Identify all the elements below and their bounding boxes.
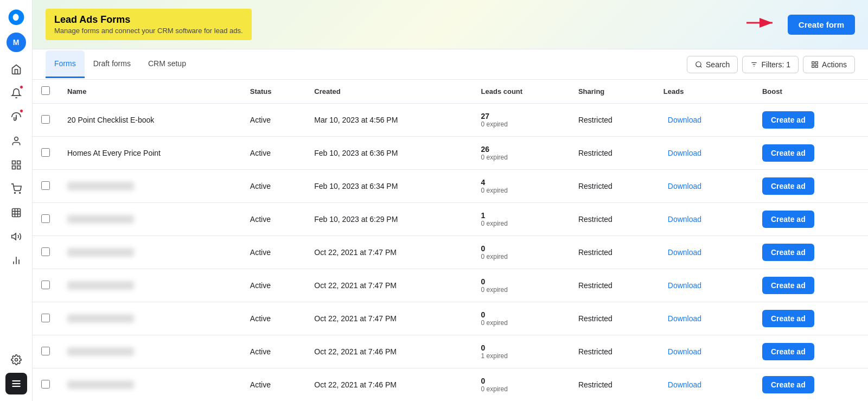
create-ad-button-8[interactable]: Create ad [762, 376, 814, 393]
svg-point-16 [15, 359, 17, 361]
notifications-icon[interactable] [5, 82, 27, 104]
create-ad-button-2[interactable]: Create ad [762, 177, 814, 195]
download-button-3[interactable]: Download [663, 213, 706, 226]
banner-title: Lead Ads Forms [54, 14, 243, 26]
row-leads-count-4: 0 0 expired [473, 236, 570, 269]
row-checkbox-cell [33, 170, 59, 203]
table-row: Blurred Form Name Active Oct 22, 2021 at… [33, 335, 868, 368]
download-button-1[interactable]: Download [663, 147, 706, 160]
row-checkbox-0[interactable] [41, 115, 50, 124]
header-created: Created [305, 80, 472, 104]
download-button-7[interactable]: Download [663, 345, 706, 358]
cart-icon[interactable] [5, 178, 27, 200]
row-status-6: Active [241, 302, 305, 335]
row-leads-7: Download [655, 335, 754, 368]
download-button-4[interactable]: Download [663, 246, 706, 259]
tab-crm-setup[interactable]: CRM setup [139, 50, 195, 78]
analytics-icon[interactable] [5, 250, 27, 271]
row-checkbox-cell [33, 236, 59, 269]
header-leads: Leads [655, 80, 754, 104]
campaign-icon[interactable] [5, 226, 27, 247]
row-sharing-1: Restricted [570, 137, 655, 170]
row-sharing-0: Restricted [570, 104, 655, 137]
row-name-6: Blurred Form Name [59, 302, 241, 335]
row-sharing-6: Restricted [570, 302, 655, 335]
row-leads-3: Download [655, 203, 754, 236]
row-created-1: Feb 10, 2023 at 6:36 PM [305, 137, 472, 170]
create-ad-button-5[interactable]: Create ad [762, 277, 814, 294]
filters-button[interactable]: Filters: 1 [742, 56, 799, 73]
select-all-checkbox[interactable] [41, 86, 50, 95]
header-checkbox-cell [33, 80, 59, 104]
tab-forms[interactable]: Forms [46, 50, 85, 78]
row-name-8: Blurred Form Name [59, 368, 241, 402]
header-status: Status [241, 80, 305, 104]
row-checkbox-6[interactable] [41, 314, 50, 322]
svg-point-22 [696, 61, 701, 66]
create-ad-button-1[interactable]: Create ad [762, 144, 814, 162]
row-checkbox-3[interactable] [41, 214, 50, 223]
svg-rect-3 [17, 166, 20, 169]
search-icon [695, 61, 703, 68]
search-button[interactable]: Search [687, 56, 738, 73]
row-checkbox-5[interactable] [41, 281, 50, 289]
create-ad-button-0[interactable]: Create ad [762, 111, 814, 129]
row-created-5: Oct 22, 2021 at 7:47 PM [305, 269, 472, 302]
create-ad-button-6[interactable]: Create ad [762, 310, 814, 327]
table-row: Blurred Form Name Active Oct 22, 2021 at… [33, 302, 868, 335]
create-ad-button-7[interactable]: Create ad [762, 343, 814, 360]
row-sharing-2: Restricted [570, 170, 655, 203]
svg-rect-29 [812, 65, 814, 67]
svg-rect-2 [17, 161, 20, 164]
svg-rect-4 [12, 166, 15, 169]
table-row: Blurred Form Name Active Oct 22, 2021 at… [33, 269, 868, 302]
avatar[interactable]: M [7, 33, 26, 52]
row-status-5: Active [241, 269, 305, 302]
row-checkbox-1[interactable] [41, 148, 50, 157]
row-checkbox-7[interactable] [41, 347, 50, 355]
row-leads-count-5: 0 0 expired [473, 269, 570, 302]
create-ad-button-3[interactable]: Create ad [762, 211, 814, 228]
header-name: Name [59, 80, 241, 104]
row-checkbox-2[interactable] [41, 181, 50, 190]
create-ad-button-4[interactable]: Create ad [762, 244, 814, 261]
row-name-4: Blurred Form Name [59, 236, 241, 269]
settings-icon[interactable] [5, 349, 27, 371]
pages-icon[interactable] [5, 154, 27, 176]
download-button-5[interactable]: Download [663, 279, 706, 292]
actions-button[interactable]: Actions [803, 56, 855, 73]
row-leads-count-3: 1 0 expired [473, 203, 570, 236]
row-leads-5: Download [655, 269, 754, 302]
download-button-2[interactable]: Download [663, 180, 706, 193]
megaphone-badge [20, 109, 23, 113]
row-name-5: Blurred Form Name [59, 269, 241, 302]
svg-rect-1 [12, 161, 15, 164]
row-leads-count-1: 26 0 expired [473, 137, 570, 170]
create-form-button[interactable]: Create form [788, 15, 855, 35]
grid-icon-small [811, 61, 819, 68]
download-button-6[interactable]: Download [663, 312, 706, 325]
row-created-4: Oct 22, 2021 at 7:47 PM [305, 236, 472, 269]
grid-icon[interactable] [5, 202, 27, 224]
row-checkbox-8[interactable] [41, 380, 50, 389]
meta-logo [7, 7, 26, 26]
row-checkbox-cell [33, 203, 59, 236]
row-boost-4: Create ad [754, 236, 868, 269]
megaphone-icon[interactable] [5, 106, 27, 128]
home-icon[interactable] [5, 59, 27, 80]
contacts-icon[interactable] [5, 130, 27, 152]
table-row: Blurred Form Name Active Oct 22, 2021 at… [33, 236, 868, 269]
row-leads-count-7: 0 1 expired [473, 335, 570, 368]
tabs-area: Forms Draft forms CRM setup Search Filte… [33, 49, 868, 80]
row-checkbox-cell [33, 302, 59, 335]
banner-text-area: Lead Ads Forms Manage forms and connect … [46, 9, 252, 40]
download-button-8[interactable]: Download [663, 378, 706, 391]
row-checkbox-4[interactable] [41, 247, 50, 256]
row-created-3: Feb 10, 2023 at 6:29 PM [305, 203, 472, 236]
tab-draft-forms[interactable]: Draft forms [85, 50, 139, 78]
menu-icon[interactable] [5, 373, 27, 394]
row-leads-count-8: 0 0 expired [473, 368, 570, 402]
table-header-row: Name Status Created Leads count Sharing … [33, 80, 868, 104]
download-button-0[interactable]: Download [663, 113, 706, 126]
main-content: Lead Ads Forms Manage forms and connect … [33, 0, 868, 401]
